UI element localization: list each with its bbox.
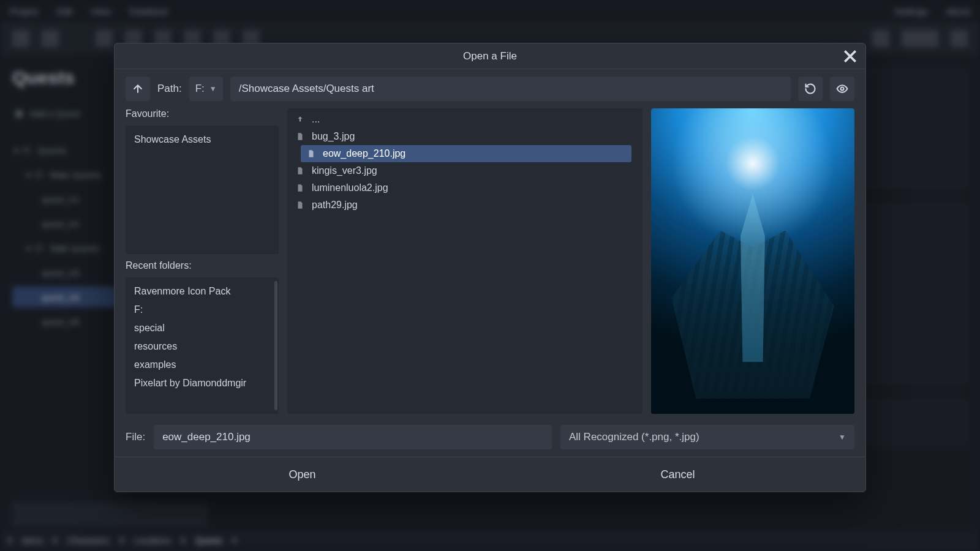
file-name: eow_deep_210.jpg xyxy=(323,148,405,159)
file-icon xyxy=(296,201,306,209)
parent-dir-label: ... xyxy=(312,114,320,125)
recent-item[interactable]: Pixelart by Diamonddmgir xyxy=(126,374,279,392)
favourite-item[interactable]: Showcase Assets xyxy=(126,130,279,149)
file-icon xyxy=(296,184,306,192)
file-row[interactable]: eow_deep_210.jpg xyxy=(301,145,631,162)
path-input[interactable] xyxy=(230,77,791,101)
recent-panel: Ravenmore Icon Pack F: special resources… xyxy=(126,277,279,414)
go-up-button[interactable] xyxy=(126,77,150,101)
chevron-down-icon: ▼ xyxy=(839,433,846,441)
preview-panel xyxy=(651,108,854,414)
file-name: path29.jpg xyxy=(312,200,358,211)
file-row[interactable]: bug_3.jpg xyxy=(290,128,640,145)
cancel-button[interactable]: Cancel xyxy=(490,457,865,492)
file-row[interactable]: kingis_ver3.jpg xyxy=(290,162,640,179)
dialog-buttons: Open Cancel xyxy=(115,457,865,492)
recent-item[interactable]: resources xyxy=(126,337,279,356)
recent-label: Recent folders: xyxy=(126,260,279,271)
file-icon xyxy=(307,149,317,158)
chevron-down-icon: ▼ xyxy=(209,84,217,93)
file-icon xyxy=(296,167,306,175)
recent-scrollbar[interactable] xyxy=(274,281,277,410)
dialog-titlebar: Open a File xyxy=(115,43,865,69)
close-button[interactable] xyxy=(841,47,859,66)
toggle-preview-button[interactable] xyxy=(830,77,854,101)
open-file-dialog: Open a File Path: F: ▼ Favourite: Showca… xyxy=(114,43,866,492)
recent-item[interactable]: special xyxy=(126,319,279,337)
recent-item[interactable]: examples xyxy=(126,356,279,374)
path-row: Path: F: ▼ xyxy=(115,69,865,105)
file-icon xyxy=(296,132,306,141)
up-arrow-icon xyxy=(296,115,306,124)
drive-select[interactable]: F: ▼ xyxy=(189,77,223,101)
file-filter-select[interactable]: All Recognized (*.png, *.jpg) ▼ xyxy=(560,425,854,449)
favourites-panel: Showcase Assets xyxy=(126,126,279,254)
dialog-title: Open a File xyxy=(463,50,517,62)
file-list: ... bug_3.jpg eow_deep_210.jpg kingis_ve… xyxy=(287,108,643,414)
recent-item[interactable]: F: xyxy=(126,301,279,319)
file-row[interactable]: luminenluola2.jpg xyxy=(290,179,640,197)
file-name: luminenluola2.jpg xyxy=(312,182,388,193)
favourites-label: Favourite: xyxy=(126,108,279,119)
file-name: bug_3.jpg xyxy=(312,131,355,142)
filename-input[interactable] xyxy=(154,425,552,449)
open-button[interactable]: Open xyxy=(115,457,490,492)
refresh-button[interactable] xyxy=(798,77,823,101)
filter-value: All Recognized (*.png, *.jpg) xyxy=(569,431,699,443)
preview-image xyxy=(651,108,854,414)
file-input-row: File: All Recognized (*.png, *.jpg) ▼ xyxy=(115,420,865,457)
file-name: kingis_ver3.jpg xyxy=(312,165,377,176)
path-label: Path: xyxy=(157,83,182,95)
file-label: File: xyxy=(126,431,145,443)
recent-item[interactable]: Ravenmore Icon Pack xyxy=(126,282,279,301)
svg-point-0 xyxy=(841,88,844,91)
parent-dir-row[interactable]: ... xyxy=(290,111,640,128)
file-row[interactable]: path29.jpg xyxy=(290,197,640,214)
drive-value: F: xyxy=(195,83,205,95)
